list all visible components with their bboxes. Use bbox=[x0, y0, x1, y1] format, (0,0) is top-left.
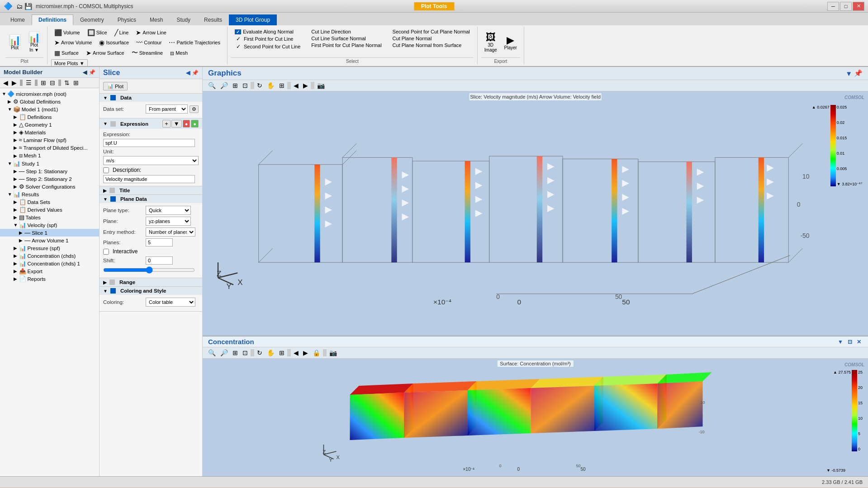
tab-mesh[interactable]: Mesh bbox=[143, 14, 170, 25]
cut-line-direction[interactable]: Cut Line Direction bbox=[310, 28, 382, 35]
tab-definitions[interactable]: Definitions bbox=[32, 14, 73, 25]
sp-expr-add-button[interactable]: + bbox=[162, 120, 171, 128]
conc-close-icon[interactable]: ✕ bbox=[855, 339, 863, 345]
tree-item-step1[interactable]: ▶—Step 1: Stationary bbox=[0, 167, 99, 175]
next-view-icon[interactable]: ▶ bbox=[301, 81, 310, 90]
graphics-pin-icon[interactable]: 📌 bbox=[854, 69, 863, 77]
cut-plane-normal-surface[interactable]: Cut Plane Normal from Surface bbox=[392, 42, 471, 48]
sp-coloring-select[interactable]: Color table Uniform bbox=[146, 298, 195, 307]
b-zoom-in-icon[interactable]: 🔍 bbox=[206, 348, 218, 357]
b-reset-icon[interactable]: ⊞ bbox=[231, 348, 240, 357]
sp-coloring-header[interactable]: ▼ Coloring and Style bbox=[100, 287, 202, 295]
tree-item-arrow-vol1[interactable]: ▶—Arrow Volume 1 bbox=[0, 237, 99, 244]
tab-geometry[interactable]: Geometry bbox=[73, 14, 111, 25]
ribbon-plot-button[interactable]: 📊 Plot bbox=[5, 34, 24, 52]
sp-shift-input[interactable] bbox=[146, 256, 173, 265]
b-pan-icon[interactable]: ✋ bbox=[265, 348, 276, 357]
mb-collapse-button[interactable]: ⊟ bbox=[48, 79, 57, 87]
conc-expand-icon[interactable]: ⊡ bbox=[846, 339, 854, 345]
zoom-box-icon[interactable]: ⊞ bbox=[277, 81, 286, 90]
sp-expression-header[interactable]: ▼ Expression + ▼ ● ● bbox=[100, 118, 202, 129]
line-button[interactable]: ╱ Line bbox=[111, 28, 132, 38]
tab-home[interactable]: Home bbox=[4, 14, 32, 25]
sp-expr-arrow-btn[interactable]: ▼ bbox=[171, 120, 182, 128]
sp-data-header[interactable]: ▼ Data bbox=[100, 94, 202, 102]
mb-expand-button[interactable]: ⊞ bbox=[39, 79, 47, 87]
tree-item-velocity-spf[interactable]: ▼📊Velocity (spf) bbox=[0, 221, 99, 229]
first-point-cut-plane-normal[interactable]: First Point for Cut Plane Normal bbox=[310, 42, 382, 48]
tree-item-laminar-flow[interactable]: ▶≈Laminar Flow (spf) bbox=[0, 136, 99, 144]
sp-desc-checkbox[interactable] bbox=[103, 167, 109, 173]
sp-expression-input[interactable] bbox=[103, 139, 195, 147]
tree-item-tables[interactable]: ▶▤Tables bbox=[0, 213, 99, 221]
maximize-button[interactable]: □ bbox=[840, 2, 852, 11]
contour-button[interactable]: 〰 Contour bbox=[133, 38, 165, 47]
pan-icon[interactable]: ✋ bbox=[265, 81, 276, 90]
tree-item-export[interactable]: ▶📤Export bbox=[0, 267, 99, 275]
fit-view-icon[interactable]: ⊡ bbox=[241, 81, 250, 90]
ribbon-plot-in-button[interactable]: 📊 PlotIn ▼ bbox=[25, 31, 43, 54]
first-point-cut-line[interactable]: ✓ First Point for Cut Line bbox=[234, 35, 301, 43]
surface-button[interactable]: ▦ Surface bbox=[51, 48, 82, 58]
tree-item-mesh1[interactable]: ▶⧇Mesh 1 bbox=[0, 152, 99, 160]
mb-pin-icon[interactable]: 📌 bbox=[89, 69, 95, 76]
arrow-volume-button[interactable]: ➤ Arrow Volume bbox=[51, 38, 95, 47]
mb-back-button[interactable]: ◀ bbox=[2, 79, 9, 87]
tree-item-reports[interactable]: ▶📄Reports bbox=[0, 275, 99, 283]
sp-dataset-edit-button[interactable]: ⚙ bbox=[190, 105, 199, 113]
volume-button[interactable]: ⬛ Volume bbox=[51, 28, 83, 38]
arrow-line-button[interactable]: ➤ Arrow Line bbox=[133, 28, 170, 38]
b-fit-icon[interactable]: ⊡ bbox=[241, 348, 250, 357]
tree-item-study1[interactable]: ▼📊Study 1 bbox=[0, 160, 99, 167]
title-icon-1[interactable]: 🗂 bbox=[16, 3, 23, 10]
rotate-icon[interactable]: ↻ bbox=[255, 81, 264, 90]
sp-expr-red-btn[interactable]: ● bbox=[183, 120, 190, 128]
tree-item-results[interactable]: ▼📊Results bbox=[0, 190, 99, 198]
cut-plane-normal[interactable]: Cut Plane Normal bbox=[392, 35, 471, 42]
tree-item-solver-configs[interactable]: ▶⚙Solver Configurations bbox=[0, 183, 99, 190]
evaluate-along-normal[interactable]: ✓ Evaluate Along Normal bbox=[234, 28, 301, 35]
b-zoom-out-icon[interactable]: 🔎 bbox=[218, 348, 230, 357]
b-lock-icon[interactable]: 🔒 bbox=[311, 348, 322, 357]
sp-planes-input[interactable] bbox=[146, 238, 173, 246]
tree-item-concentration-chds1[interactable]: ▶📊Concentration (chds) 1 bbox=[0, 260, 99, 267]
slice-button[interactable]: 🔲 Slice bbox=[84, 28, 110, 38]
sp-interactive-checkbox[interactable] bbox=[103, 249, 109, 255]
sp-pin-icon[interactable]: 📌 bbox=[192, 70, 199, 76]
b-camera-icon[interactable]: 📷 bbox=[327, 348, 339, 357]
sp-shift-slider[interactable] bbox=[103, 266, 195, 274]
reset-view-icon[interactable]: ⊞ bbox=[231, 81, 240, 90]
sp-plane-header[interactable]: ▼ Plane Data bbox=[100, 195, 202, 203]
sp-plane-type-select[interactable]: Quick General bbox=[146, 206, 191, 215]
3d-image-button[interactable]: 🖼 3DImage bbox=[481, 31, 500, 54]
mb-filter-button[interactable]: ⊞ bbox=[72, 79, 80, 87]
zoom-out-icon[interactable]: 🔎 bbox=[218, 81, 230, 90]
mb-list-button[interactable]: ☰ bbox=[24, 79, 33, 87]
tree-item-step2[interactable]: ▶—Step 2: Stationary 2 bbox=[0, 175, 99, 183]
tree-item-pressure-spf[interactable]: ▶📊Pressure (spf) bbox=[0, 244, 99, 252]
sp-range-header[interactable]: ▶ Range bbox=[100, 278, 202, 286]
b-prev-icon[interactable]: ◀ bbox=[292, 348, 300, 357]
conc-down-icon[interactable]: ▼ bbox=[836, 339, 844, 345]
b-rotate-icon[interactable]: ↻ bbox=[255, 348, 264, 357]
sp-collapse-icon[interactable]: ◀ bbox=[186, 70, 190, 76]
camera-icon[interactable]: 📷 bbox=[315, 81, 327, 90]
title-icon-2[interactable]: 💾 bbox=[24, 3, 32, 10]
tab-3d-plot-group[interactable]: 3D Plot Group bbox=[229, 14, 277, 25]
sp-expr-green-btn[interactable]: ● bbox=[191, 120, 199, 128]
window-controls[interactable]: ─ □ ✕ bbox=[827, 2, 864, 11]
player-button[interactable]: ▶ Player bbox=[501, 34, 520, 52]
sp-plane-select[interactable]: xy-planes xz-planes yz-planes bbox=[146, 217, 191, 226]
b-next-icon[interactable]: ▶ bbox=[301, 348, 310, 357]
mb-sort-button[interactable]: ⇅ bbox=[63, 79, 71, 87]
tree-item-global-defs[interactable]: ▶⚙Global Definitions bbox=[0, 98, 99, 105]
arrow-surface-button[interactable]: ➤ Arrow Surface bbox=[83, 48, 128, 58]
tab-physics[interactable]: Physics bbox=[111, 14, 143, 25]
minimize-button[interactable]: ─ bbox=[827, 2, 839, 11]
tree-item-geometry1[interactable]: ▶△Geometry 1 bbox=[0, 121, 99, 128]
graphics-collapse-icon[interactable]: ▼ bbox=[845, 70, 852, 77]
more-plots-button[interactable]: More Plots ▼ bbox=[51, 59, 88, 67]
streamline-button[interactable]: 〜 Streamline bbox=[128, 47, 166, 58]
tree-item-materials[interactable]: ▶◈Materials bbox=[0, 128, 99, 136]
mesh-button[interactable]: ⧇ Mesh bbox=[167, 48, 191, 58]
